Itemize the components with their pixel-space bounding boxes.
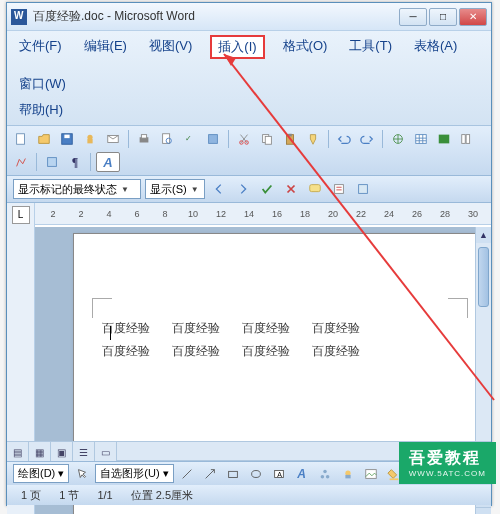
menu-help[interactable]: 帮助(H) — [15, 99, 67, 121]
svg-point-28 — [251, 470, 260, 477]
font-color-icon[interactable]: A — [96, 152, 120, 172]
web-view-button[interactable]: ▦ — [29, 442, 51, 462]
separator — [128, 130, 129, 148]
undo-icon[interactable] — [334, 129, 354, 149]
spell-icon[interactable]: ✓ — [180, 129, 200, 149]
draw-menu[interactable]: 绘图(D) ▾ — [13, 464, 69, 483]
clipart-icon[interactable] — [338, 464, 358, 484]
format-painter-icon[interactable] — [303, 129, 323, 149]
reading-view-button[interactable]: ▭ — [95, 442, 117, 462]
accept-icon[interactable] — [257, 179, 277, 199]
cut-icon[interactable] — [234, 129, 254, 149]
track-changes-icon[interactable] — [329, 179, 349, 199]
svg-rect-21 — [462, 135, 466, 144]
app-window: 百度经验.doc - Microsoft Word ─ □ ✕ 文件(F) 编辑… — [6, 2, 492, 506]
show-hide-icon[interactable]: ¶ — [65, 152, 85, 172]
paste-icon[interactable] — [280, 129, 300, 149]
line-icon[interactable] — [177, 464, 197, 484]
svg-rect-19 — [416, 135, 427, 144]
select-objects-icon[interactable] — [72, 464, 92, 484]
menu-view[interactable]: 视图(V) — [145, 35, 196, 59]
minimize-button[interactable]: ─ — [399, 8, 427, 26]
textbox-icon[interactable]: A — [269, 464, 289, 484]
diagram-icon[interactable] — [315, 464, 335, 484]
research-icon[interactable] — [203, 129, 223, 149]
reviewing-pane-icon[interactable] — [353, 179, 373, 199]
svg-rect-15 — [265, 136, 271, 144]
new-doc-icon[interactable] — [11, 129, 31, 149]
show-dropdown[interactable]: 显示(S) ▼ — [145, 179, 205, 199]
svg-point-31 — [323, 469, 327, 473]
svg-text:A: A — [277, 470, 282, 477]
svg-point-33 — [326, 474, 330, 478]
svg-rect-17 — [288, 134, 292, 137]
oval-icon[interactable] — [246, 464, 266, 484]
menu-format[interactable]: 格式(O) — [279, 35, 332, 59]
display-for-review-dropdown[interactable]: 显示标记的最终状态 ▼ — [13, 179, 141, 199]
menu-insert[interactable]: 插入(I) — [210, 35, 264, 59]
table-icon[interactable] — [411, 129, 431, 149]
outline-view-button[interactable]: ☰ — [73, 442, 95, 462]
separator — [382, 130, 383, 148]
hyperlink-icon[interactable] — [388, 129, 408, 149]
next-change-icon[interactable] — [233, 179, 253, 199]
display-for-review-value: 显示标记的最终状态 — [18, 182, 117, 197]
separator — [90, 153, 91, 171]
arrow-icon[interactable] — [200, 464, 220, 484]
print-icon[interactable] — [134, 129, 154, 149]
margin-marker — [92, 298, 112, 318]
normal-view-button[interactable]: ▤ — [7, 442, 29, 462]
watermark-url: WWW.5ATC.COM — [409, 469, 486, 478]
svg-rect-20 — [439, 135, 450, 144]
chevron-down-icon: ▼ — [121, 185, 129, 194]
window-title: 百度经验.doc - Microsoft Word — [33, 8, 399, 25]
docmap-icon[interactable] — [42, 152, 62, 172]
next-page-button[interactable]: ▾ — [476, 507, 491, 514]
email-icon[interactable] — [103, 129, 123, 149]
reject-icon[interactable] — [281, 179, 301, 199]
text-cell: 百度经验 — [242, 343, 290, 360]
menu-tools[interactable]: 工具(T) — [345, 35, 396, 59]
rectangle-icon[interactable] — [223, 464, 243, 484]
save-icon[interactable] — [57, 129, 77, 149]
preview-icon[interactable] — [157, 129, 177, 149]
word-icon — [11, 9, 27, 25]
print-view-button[interactable]: ▣ — [51, 442, 73, 462]
horizontal-ruler[interactable]: 2 2 4 6 8 10 12 14 16 18 20 22 24 26 28 … — [35, 203, 491, 225]
title-bar[interactable]: 百度经验.doc - Microsoft Word ─ □ ✕ — [7, 3, 491, 31]
text-cursor — [110, 326, 111, 340]
permission-icon[interactable] — [80, 129, 100, 149]
margin-marker — [448, 298, 468, 318]
drawing-icon[interactable] — [11, 152, 31, 172]
autoshapes-menu[interactable]: 自选图形(U) ▾ — [95, 464, 173, 483]
menu-window[interactable]: 窗口(W) — [15, 73, 70, 95]
maximize-button[interactable]: □ — [429, 8, 457, 26]
wordart-icon[interactable]: A — [292, 464, 312, 484]
svg-rect-11 — [209, 135, 218, 144]
menu-edit[interactable]: 编辑(E) — [80, 35, 131, 59]
redo-icon[interactable] — [357, 129, 377, 149]
text-cell: 百度经验 — [102, 343, 150, 360]
prev-change-icon[interactable] — [209, 179, 229, 199]
svg-point-32 — [320, 474, 324, 478]
copy-icon[interactable] — [257, 129, 277, 149]
text-row: 百度经验 百度经验 百度经验 百度经验 — [102, 320, 458, 337]
close-button[interactable]: ✕ — [459, 8, 487, 26]
tab-selector[interactable]: L — [7, 203, 35, 227]
menu-file[interactable]: 文件(F) — [15, 35, 66, 59]
standard-toolbar: ✓ ¶ A — [7, 126, 491, 176]
menu-table[interactable]: 表格(A) — [410, 35, 461, 59]
svg-rect-4 — [87, 139, 92, 143]
comment-icon[interactable] — [305, 179, 325, 199]
picture-icon[interactable] — [361, 464, 381, 484]
columns-icon[interactable] — [457, 129, 477, 149]
watermark-text: 吾爱教程 — [409, 449, 481, 466]
scroll-thumb[interactable] — [478, 247, 489, 307]
open-icon[interactable] — [34, 129, 54, 149]
status-page-count: 1/1 — [97, 489, 112, 501]
scroll-up-arrow[interactable]: ▲ — [476, 227, 491, 243]
svg-rect-26 — [359, 185, 368, 194]
svg-rect-37 — [389, 478, 398, 480]
excel-icon[interactable] — [434, 129, 454, 149]
svg-rect-25 — [335, 185, 344, 194]
